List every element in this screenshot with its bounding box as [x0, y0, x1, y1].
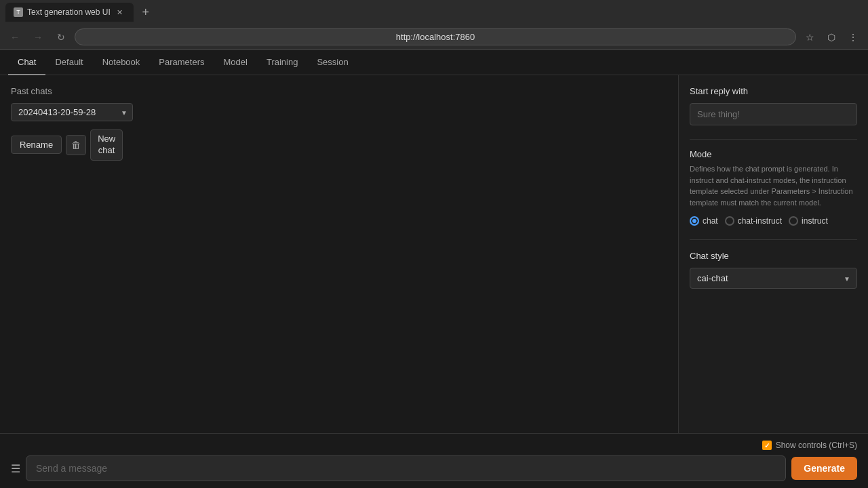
hamburger-icon[interactable]: ☰	[11, 462, 20, 475]
chat-style-select[interactable]: cai-chat default wpp	[690, 268, 857, 289]
tab-favicon: T	[14, 7, 23, 17]
chat-selector-row: 20240413-20-59-28 ▼	[11, 103, 667, 121]
mode-label-chat: chat	[703, 216, 718, 226]
past-chats-label: Past chats	[11, 86, 667, 96]
show-controls-checkbox[interactable]	[762, 441, 772, 450]
bottom-bar: Show controls (Ctrl+S) ☰ Generate	[0, 433, 868, 488]
mode-label-instruct: instruct	[802, 216, 828, 226]
tab-chat[interactable]: Chat	[8, 50, 45, 75]
start-reply-title: Start reply with	[690, 86, 857, 96]
mode-option-chat-instruct[interactable]: chat-instruct	[725, 216, 782, 226]
extensions-icon[interactable]: ⬡	[822, 28, 841, 47]
browser-tab[interactable]: T Text generation web UI ✕	[5, 3, 134, 22]
radio-chat-instruct[interactable]	[725, 216, 734, 226]
new-tab-button[interactable]: +	[136, 3, 155, 22]
main-content: Past chats 20240413-20-59-28 ▼ Rename 🗑 …	[0, 75, 868, 433]
action-buttons: Rename 🗑 Newchat	[11, 129, 667, 161]
tab-parameters[interactable]: Parameters	[149, 50, 214, 75]
address-bar[interactable]: http://localhost:7860	[75, 28, 796, 45]
tab-session[interactable]: Session	[307, 50, 357, 75]
chat-style-title: Chat style	[690, 251, 857, 261]
forward-button[interactable]: →	[28, 28, 47, 47]
mode-options: chat chat-instruct instruct	[690, 216, 857, 226]
chat-area	[11, 161, 667, 422]
app-nav: Chat Default Notebook Parameters Model T…	[0, 50, 868, 75]
chat-style-select-wrapper: cai-chat default wpp ▼	[690, 268, 857, 289]
tab-title: Text generation web UI	[27, 7, 111, 17]
new-chat-button[interactable]: Newchat	[90, 129, 123, 161]
generate-button[interactable]: Generate	[791, 457, 857, 480]
mode-title: Mode	[690, 149, 857, 159]
tab-notebook[interactable]: Notebook	[93, 50, 150, 75]
nav-bar: ← → ↻ http://localhost:7860 ☆ ⬡ ⋮	[0, 24, 868, 50]
right-panel: Start reply with Mode Defines how the ch…	[678, 75, 868, 433]
mode-description: Defines how the chat prompt is generated…	[690, 163, 857, 208]
rename-button[interactable]: Rename	[11, 136, 62, 154]
tab-training[interactable]: Training	[257, 50, 307, 75]
tab-close-button[interactable]: ✕	[115, 7, 125, 18]
mode-option-instruct[interactable]: instruct	[789, 216, 828, 226]
tab-bar: T Text generation web UI ✕ +	[0, 0, 868, 24]
radio-chat[interactable]	[690, 216, 699, 226]
message-input-row: ☰ Generate	[11, 455, 857, 481]
browser-chrome: T Text generation web UI ✕ + ← → ↻ http:…	[0, 0, 868, 50]
radio-instruct[interactable]	[789, 216, 798, 226]
divider-2	[690, 239, 857, 240]
message-input[interactable]	[26, 455, 786, 481]
start-reply-section: Start reply with	[690, 86, 857, 125]
tab-model[interactable]: Model	[214, 50, 257, 75]
reload-button[interactable]: ↻	[52, 28, 71, 47]
chat-select-wrapper: 20240413-20-59-28 ▼	[11, 103, 133, 121]
back-button[interactable]: ←	[5, 28, 24, 47]
mode-option-chat[interactable]: chat	[690, 216, 718, 226]
mode-label-chat-instruct: chat-instruct	[738, 216, 782, 226]
delete-button[interactable]: 🗑	[66, 135, 86, 155]
tab-default[interactable]: Default	[45, 50, 92, 75]
divider-1	[690, 139, 857, 140]
show-controls-label: Show controls (Ctrl+S)	[776, 441, 857, 450]
start-reply-input[interactable]	[690, 103, 857, 125]
delete-icon: 🗑	[71, 140, 81, 150]
chat-select[interactable]: 20240413-20-59-28	[11, 103, 133, 121]
chat-style-section: Chat style cai-chat default wpp ▼	[690, 251, 857, 289]
bookmark-icon[interactable]: ☆	[800, 28, 819, 47]
nav-right: ☆ ⬡ ⋮	[800, 28, 863, 47]
left-panel: Past chats 20240413-20-59-28 ▼ Rename 🗑 …	[0, 75, 678, 433]
app-container: Chat Default Notebook Parameters Model T…	[0, 50, 868, 488]
menu-icon[interactable]: ⋮	[844, 28, 863, 47]
show-controls-row: Show controls (Ctrl+S)	[11, 441, 857, 450]
mode-section: Mode Defines how the chat prompt is gene…	[690, 149, 857, 226]
